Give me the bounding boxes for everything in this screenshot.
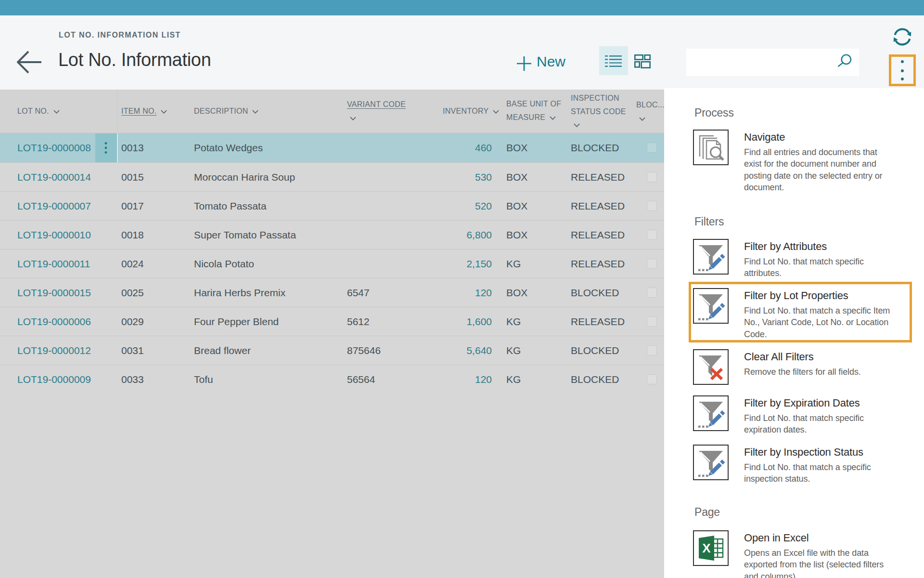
svg-text:X: X xyxy=(702,541,711,555)
